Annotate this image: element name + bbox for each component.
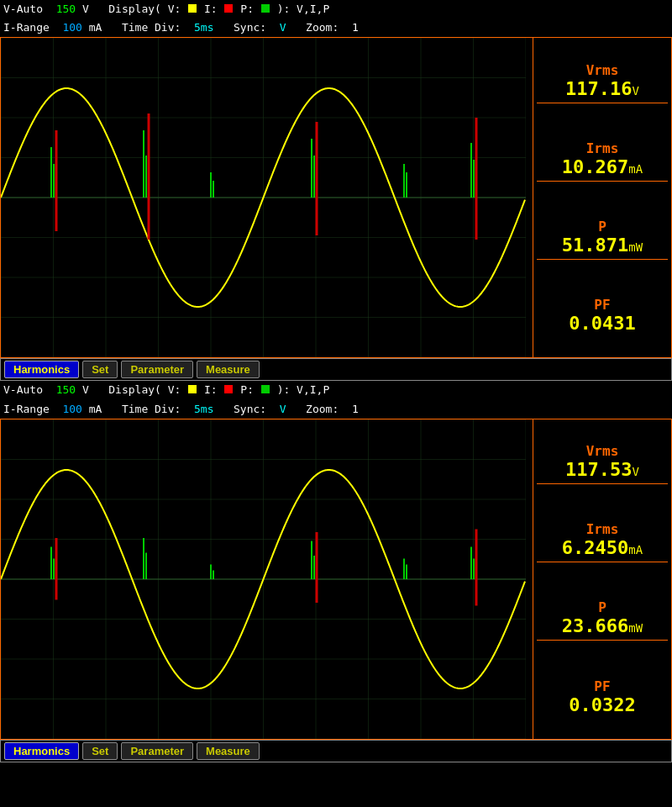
i-value-2: 100 xyxy=(62,403,81,415)
display-end-2: ): V,I,P xyxy=(277,383,330,396)
scope-container-1: Vrms 117.16V Irms 10.267mA P 51.871mW PF xyxy=(0,37,672,358)
p-label-2: P: xyxy=(240,383,254,396)
tab-bar-2: Harmonics Set Parameter Measure xyxy=(0,740,672,762)
p-label-1: P: xyxy=(240,3,254,15)
v-unit-2: V xyxy=(82,383,102,396)
irms-value-2: 6.2450mA xyxy=(537,537,668,558)
p-value-2: 23.666mW xyxy=(537,615,668,636)
time-label-1: Time Div: xyxy=(122,21,187,34)
v-value-2: 150 xyxy=(56,383,76,396)
status-bar-3: V-Auto 150 V Display( V: I: P: ): V,I,P xyxy=(0,381,672,399)
pf-label-2: PF xyxy=(537,678,668,694)
irms-label-1: Irms xyxy=(537,140,668,156)
set-tab-1[interactable]: Set xyxy=(82,361,118,378)
harmonics-tab-1[interactable]: Harmonics xyxy=(4,361,79,378)
i-label-1: I: xyxy=(204,3,218,15)
p-label-meas-2: P xyxy=(537,599,668,615)
p-label-meas-1: P xyxy=(537,219,668,235)
display-end-1: ): V,I,P xyxy=(277,3,330,15)
time-label-2: Time Div: xyxy=(122,403,187,415)
v-indicator-2 xyxy=(188,385,197,393)
status-bar-1: V-Auto 150 V Display( V: I: P: ): V,I,P xyxy=(0,0,672,18)
vrms-row-1: Vrms 117.16V xyxy=(537,59,668,103)
v-unit-1: V xyxy=(82,3,102,15)
display-label-2: Display( V: xyxy=(108,383,181,396)
zoom-label-2: Zoom: xyxy=(292,403,345,415)
scope-container-2: Vrms 117.53V Irms 6.2450mA P 23.666mW PF xyxy=(0,419,672,740)
vrms-label-2: Vrms xyxy=(537,443,668,459)
measure-tab-1[interactable]: Measure xyxy=(197,361,260,378)
tab-bar-1: Harmonics Set Parameter Measure xyxy=(0,358,672,381)
zoom-label-1: Zoom: xyxy=(292,21,345,34)
zoom-value-2: 1 xyxy=(352,403,359,415)
i-label-2: I: xyxy=(204,383,218,396)
i-indicator-1 xyxy=(224,4,233,13)
p-row-1: P 51.871mW xyxy=(537,215,668,260)
pf-row-1: PF 0.0431 xyxy=(537,293,668,337)
p-value-1: 51.871mW xyxy=(537,235,668,256)
vrms-value-1: 117.16V xyxy=(537,78,668,99)
p-indicator-1 xyxy=(261,4,270,13)
v-value-1: 150 xyxy=(56,3,76,15)
vrms-label-1: Vrms xyxy=(537,62,668,78)
status-bar-4: I-Range 100 mA Time Div: 5ms Sync: V Zoo… xyxy=(0,400,672,419)
pf-label-1: PF xyxy=(537,297,668,313)
pf-row-2: PF 0.0322 xyxy=(537,675,668,719)
v-indicator-1 xyxy=(188,4,197,13)
pf-value-2: 0.0322 xyxy=(537,694,668,715)
i-indicator-2 xyxy=(224,385,233,393)
measurements-panel-2: Vrms 117.53V Irms 6.2450mA P 23.666mW PF xyxy=(533,419,671,739)
v-auto-label-2: V-Auto xyxy=(3,383,50,396)
sync-label-1: Sync: xyxy=(220,21,273,34)
scope-screen-1 xyxy=(1,38,533,357)
i-range-label-1: I-Range xyxy=(3,21,56,34)
irms-row-2: Irms 6.2450mA xyxy=(537,518,668,562)
parameter-tab-1[interactable]: Parameter xyxy=(121,361,193,378)
i-value-1: 100 xyxy=(62,21,81,34)
time-value-2: 5ms xyxy=(194,403,213,415)
scope-screen-2 xyxy=(1,419,533,739)
v-auto-label: V-Auto xyxy=(3,3,50,15)
p-row-2: P 23.666mW xyxy=(537,596,668,641)
pf-value-1: 0.0431 xyxy=(537,313,668,334)
p-indicator-2 xyxy=(261,385,270,393)
i-unit-1: mA xyxy=(89,21,115,34)
irms-value-1: 10.267mA xyxy=(537,156,668,177)
measure-tab-2[interactable]: Measure xyxy=(197,742,260,760)
vrms-row-2: Vrms 117.53V xyxy=(537,440,668,484)
i-unit-2: mA xyxy=(89,403,115,415)
vrms-value-2: 117.53V xyxy=(537,459,668,480)
sync-value-2: V xyxy=(280,403,286,415)
parameter-tab-2[interactable]: Parameter xyxy=(121,742,193,760)
set-tab-2[interactable]: Set xyxy=(82,742,118,760)
time-value-1: 5ms xyxy=(194,21,213,34)
measurements-panel-1: Vrms 117.16V Irms 10.267mA P 51.871mW PF xyxy=(533,38,671,357)
harmonics-tab-2[interactable]: Harmonics xyxy=(4,742,79,760)
zoom-value-1: 1 xyxy=(352,21,359,34)
i-range-label-2: I-Range xyxy=(3,403,56,415)
panel-1: V-Auto 150 V Display( V: I: P: ): V,I,P … xyxy=(0,0,672,381)
sync-label-2: Sync: xyxy=(220,403,273,415)
irms-row-1: Irms 10.267mA xyxy=(537,137,668,182)
status-bar-2: I-Range 100 mA Time Div: 5ms Sync: V Zoo… xyxy=(0,18,672,37)
irms-label-2: Irms xyxy=(537,521,668,537)
panel-2: V-Auto 150 V Display( V: I: P: ): V,I,P … xyxy=(0,381,672,762)
display-label-1: Display( V: xyxy=(108,3,181,15)
sync-value-1: V xyxy=(280,21,286,34)
